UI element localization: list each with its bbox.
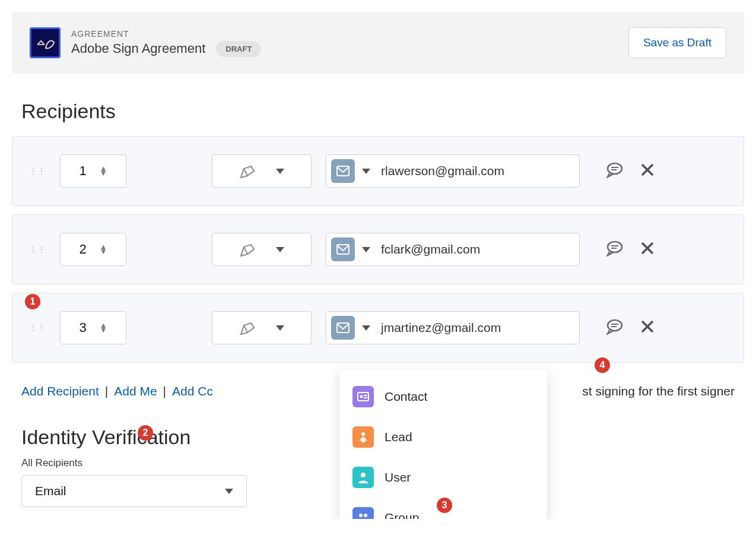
dropdown-item-label: User: [385, 470, 411, 485]
order-stepper[interactable]: 1 ▲▼: [60, 154, 126, 188]
callout-badge-3: 3: [437, 498, 452, 513]
chevron-down-icon: [225, 489, 233, 494]
email-type-icon: [331, 316, 355, 340]
separator: |: [163, 384, 166, 398]
role-selector[interactable]: [212, 311, 312, 344]
add-me-link[interactable]: Add Me: [114, 384, 157, 398]
header-left: AGREEMENT Adobe Sign Agreement DRAFT: [30, 27, 261, 58]
recipient-email: fclark@gmail.com: [381, 242, 480, 257]
add-recipient-link[interactable]: Add Recipient: [21, 384, 99, 398]
chevron-down-icon: [276, 169, 284, 174]
message-icon[interactable]: [606, 240, 624, 259]
chevron-down-icon: [276, 325, 284, 331]
chevron-down-icon: [276, 247, 284, 252]
drag-handle-icon[interactable]: ⋮⋮: [29, 245, 46, 254]
callout-badge-4: 4: [595, 357, 610, 373]
host-signing-text: st signing for the first signer: [582, 384, 735, 398]
stepper-icon: ▲▼: [100, 166, 107, 176]
recipient-row: ⋮⋮ 2 ▲▼ fclark@gmail.com: [12, 214, 744, 284]
add-cc-link[interactable]: Add Cc: [172, 384, 213, 398]
signer-pen-icon: [239, 241, 257, 258]
separator: |: [105, 384, 108, 398]
agreement-icon: [30, 27, 61, 58]
close-icon[interactable]: [640, 163, 655, 179]
recipient-type-dropdown: Contact Lead User Group: [339, 369, 547, 519]
order-stepper[interactable]: 2 ▲▼: [60, 233, 126, 266]
svg-point-25: [364, 514, 367, 517]
close-icon[interactable]: [640, 241, 655, 258]
svg-rect-6: [337, 245, 349, 254]
close-icon[interactable]: [640, 319, 655, 336]
svg-point-24: [359, 514, 363, 517]
recipient-row: ⋮⋮ 3 ▲▼ jmartinez@gmail.com: [12, 293, 744, 363]
svg-point-22: [361, 432, 365, 436]
order-stepper[interactable]: 3 ▲▼: [60, 311, 126, 344]
svg-point-1: [608, 163, 622, 174]
svg-rect-21: [364, 397, 367, 398]
svg-rect-0: [337, 166, 349, 176]
dropdown-item-label: Contact: [385, 390, 427, 404]
chevron-down-icon: [362, 325, 370, 331]
order-number: 3: [79, 320, 86, 335]
email-type-icon: [331, 238, 355, 261]
recipient-email: rlawerson@gmail.com: [381, 164, 504, 178]
dropdown-item-user[interactable]: User: [339, 457, 547, 498]
header-eyebrow: AGREEMENT: [71, 29, 261, 39]
lead-icon: [352, 426, 374, 448]
stepper-icon: ▲▼: [100, 323, 107, 333]
dropdown-item-contact[interactable]: Contact: [339, 376, 547, 417]
svg-rect-12: [337, 323, 349, 333]
dropdown-item-label: Lead: [385, 430, 412, 444]
svg-point-23: [361, 473, 366, 477]
header-card: AGREEMENT Adobe Sign Agreement DRAFT Sav…: [12, 12, 744, 74]
recipient-row: ⋮⋮ 1 ▲▼ rlawerson@gmail.com: [12, 136, 744, 206]
email-type-icon: [331, 159, 355, 183]
role-selector[interactable]: [212, 154, 312, 188]
dropdown-item-lead[interactable]: Lead: [339, 417, 547, 457]
order-number: 2: [79, 242, 86, 257]
group-icon: [352, 507, 374, 519]
recipient-type-selector[interactable]: fclark@gmail.com: [326, 233, 580, 266]
svg-point-19: [360, 395, 363, 398]
status-badge: DRAFT: [216, 41, 261, 57]
drag-handle-icon[interactable]: ⋮⋮: [29, 166, 46, 176]
svg-rect-20: [364, 395, 367, 396]
identity-select-value: Email: [35, 484, 66, 498]
svg-rect-18: [358, 392, 369, 401]
role-selector[interactable]: [212, 233, 312, 266]
stepper-icon: ▲▼: [100, 245, 107, 254]
chevron-down-icon: [362, 169, 370, 174]
chevron-down-icon: [362, 247, 370, 252]
contact-icon: [352, 386, 374, 407]
dropdown-item-label: Group: [385, 511, 419, 519]
recipients-list: ⋮⋮ 1 ▲▼ rlawerson@gmail.com: [12, 136, 744, 366]
message-icon[interactable]: [606, 318, 624, 337]
signer-pen-icon: [239, 319, 257, 336]
page-root: AGREEMENT Adobe Sign Agreement DRAFT Sav…: [0, 0, 756, 519]
page-title: Adobe Sign Agreement: [71, 41, 205, 56]
message-icon[interactable]: [606, 162, 624, 181]
svg-point-7: [608, 242, 622, 252]
identity-verification-select[interactable]: Email: [21, 475, 247, 507]
recipient-type-selector[interactable]: jmartinez@gmail.com: [326, 311, 580, 344]
save-draft-button[interactable]: Save as Draft: [628, 27, 726, 58]
recipient-type-selector[interactable]: rlawerson@gmail.com: [326, 154, 580, 188]
signer-pen-icon: [239, 163, 257, 179]
user-icon: [352, 467, 374, 488]
header-text: AGREEMENT Adobe Sign Agreement DRAFT: [71, 29, 261, 57]
svg-point-13: [608, 320, 622, 331]
recipients-section-title: Recipients: [21, 100, 744, 123]
header-title-row: Adobe Sign Agreement DRAFT: [71, 41, 261, 57]
callout-badge-1: 1: [25, 294, 40, 309]
order-number: 1: [79, 163, 86, 179]
drag-handle-icon[interactable]: ⋮⋮: [29, 323, 46, 333]
recipient-email: jmartinez@gmail.com: [381, 321, 501, 335]
callout-badge-2: 2: [138, 425, 153, 441]
